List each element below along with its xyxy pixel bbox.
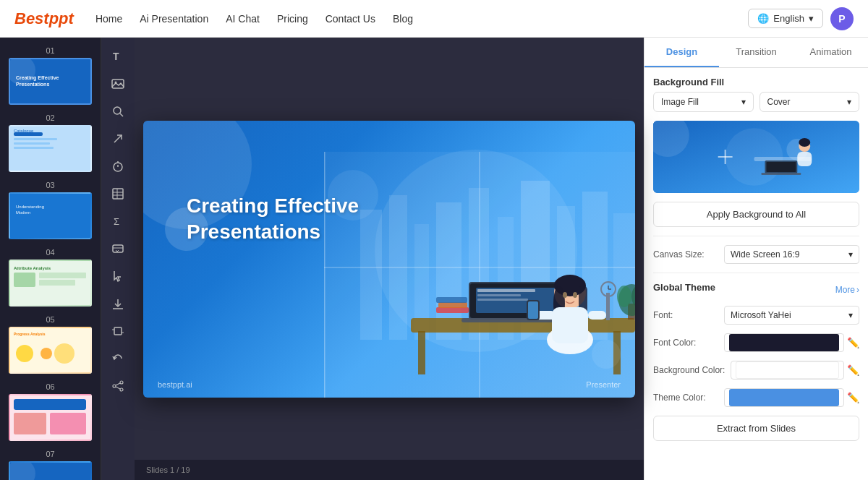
- svg-rect-115: [761, 173, 801, 175]
- text-tool[interactable]: T: [105, 43, 131, 69]
- avatar[interactable]: P: [830, 7, 854, 30]
- thumb-img-5: Progress Analysis: [9, 327, 92, 374]
- svg-line-53: [116, 387, 120, 389]
- svg-point-49: [120, 381, 123, 384]
- canvas-size-select[interactable]: Wide Screen 16:9 ▾: [724, 245, 859, 264]
- download-tool[interactable]: [105, 291, 131, 317]
- tab-design[interactable]: Design: [644, 38, 719, 67]
- svg-rect-114: [766, 162, 796, 172]
- nav-home[interactable]: Home: [95, 13, 122, 25]
- svg-text:Modern: Modern: [16, 210, 30, 215]
- bg-color-row: Background Color: ✏️: [653, 361, 859, 380]
- fill-type-select[interactable]: Image Fill ▾: [653, 92, 754, 112]
- timer-tool[interactable]: [105, 153, 131, 179]
- globe-icon: 🌐: [757, 13, 769, 24]
- svg-point-51: [120, 388, 123, 391]
- thumb-img-1: Creating Effective Presentations: [9, 58, 92, 105]
- lang-selector[interactable]: 🌐 English ▾: [748, 9, 823, 28]
- svg-text:Creating Effective: Creating Effective: [16, 75, 59, 81]
- svg-rect-87: [528, 301, 538, 319]
- embed-tool[interactable]: [105, 236, 131, 262]
- theme-color-label: Theme Color:: [653, 393, 718, 403]
- svg-point-21: [41, 348, 52, 359]
- svg-rect-109: [797, 152, 812, 166]
- theme-color-row: Theme Color: ✏️: [653, 388, 859, 407]
- more-link[interactable]: More ›: [835, 285, 859, 295]
- edit-theme-color-icon[interactable]: ✏️: [847, 392, 859, 403]
- slide-thumb-4[interactable]: 04 Attribute Analysis: [0, 245, 101, 309]
- table-tool[interactable]: [105, 181, 131, 207]
- font-color-swatch[interactable]: [724, 333, 844, 352]
- nav-ai-chat[interactable]: AI Chat: [226, 13, 260, 25]
- svg-rect-7: [14, 142, 50, 145]
- svg-rect-17: [39, 280, 75, 286]
- theme-color-swatch[interactable]: [724, 388, 844, 407]
- svg-text:Catalogue: Catalogue: [14, 129, 34, 133]
- slide-thumb-3[interactable]: 03 Understanding Modern: [0, 178, 101, 242]
- svg-point-22: [54, 343, 75, 364]
- bg-color-value: [736, 361, 839, 379]
- slide-thumb-7[interactable]: 07: [0, 447, 101, 480]
- edit-font-color-icon[interactable]: ✏️: [847, 337, 859, 348]
- slide-thumbnails-sidebar: 01 Creating Effective Presentations 02: [0, 38, 101, 480]
- svg-line-52: [116, 383, 120, 385]
- font-label: Font:: [653, 310, 718, 320]
- slide-thumb-1[interactable]: 01 Creating Effective Presentations: [0, 43, 101, 108]
- fill-mode-select[interactable]: Cover ▾: [760, 92, 860, 112]
- slide-num-1: 01: [46, 46, 54, 55]
- svg-point-110: [799, 138, 810, 147]
- slides-counter: Slides 1 / 19: [146, 466, 190, 474]
- svg-rect-25: [14, 413, 46, 434]
- svg-rect-26: [50, 413, 86, 434]
- share-tool[interactable]: [105, 373, 131, 399]
- slide-thumb-6[interactable]: 06: [0, 380, 101, 444]
- slide-thumb-5[interactable]: 05 Progress Analysis: [0, 312, 101, 377]
- bg-color-swatch[interactable]: [731, 361, 844, 380]
- chevron-down-icon: ▾: [848, 249, 853, 260]
- image-tool[interactable]: [105, 71, 131, 97]
- nav-ai-presentation[interactable]: Ai Presentation: [140, 13, 208, 25]
- crop-tool[interactable]: [105, 318, 131, 344]
- slide-thumb-2[interactable]: 02 Catalogue: [0, 111, 101, 175]
- apply-background-button[interactable]: Apply Background to All: [653, 202, 859, 227]
- slide-canvas[interactable]: Creating Effective Presentations: [143, 121, 635, 398]
- edit-bg-color-icon[interactable]: ✏️: [847, 364, 859, 376]
- svg-rect-83: [552, 307, 588, 343]
- svg-rect-74: [477, 289, 535, 292]
- font-select[interactable]: Microsoft YaHei ▾: [724, 306, 859, 325]
- fill-selectors: Image Fill ▾ Cover ▾: [653, 92, 859, 112]
- nav-contact[interactable]: Contact Us: [326, 13, 375, 25]
- svg-text:T: T: [113, 51, 119, 62]
- chevron-down-icon: ▾: [848, 310, 853, 320]
- chevron-down-icon: ▾: [741, 97, 746, 107]
- undo-tool[interactable]: [105, 346, 131, 372]
- svg-rect-15: [14, 273, 35, 287]
- logo[interactable]: Bestppt: [14, 9, 74, 28]
- svg-point-101: [328, 170, 378, 220]
- nav-blog[interactable]: Blog: [393, 13, 413, 25]
- cursor-tool[interactable]: [105, 263, 131, 289]
- svg-rect-91: [438, 302, 467, 308]
- search-tool[interactable]: [105, 98, 131, 124]
- svg-point-32: [114, 107, 121, 114]
- extract-from-slides-button[interactable]: Extract from Slides: [653, 416, 859, 441]
- arrow-tool[interactable]: [105, 126, 131, 152]
- tab-transition[interactable]: Transition: [719, 38, 793, 67]
- background-preview[interactable]: [653, 121, 859, 193]
- svg-text:Understanding: Understanding: [16, 205, 44, 209]
- slide-num-3: 03: [46, 181, 54, 189]
- svg-rect-24: [14, 399, 86, 410]
- slide-num-7: 07: [46, 450, 54, 458]
- bg-color-label: Background Color:: [653, 365, 725, 375]
- tab-animation[interactable]: Animation: [793, 38, 868, 67]
- theme-color-value: [729, 389, 839, 406]
- slide-illustration: [324, 152, 635, 398]
- sigma-tool[interactable]: Σ: [105, 208, 131, 234]
- slide-num-2: 02: [46, 113, 54, 122]
- svg-rect-10: [10, 194, 90, 238]
- nav-pricing[interactable]: Pricing: [277, 13, 308, 25]
- chevron-down-icon: ▾: [847, 97, 851, 107]
- svg-point-89: [573, 292, 577, 298]
- divider-2: [653, 273, 859, 273]
- font-color-row: Font Color: ✏️: [653, 333, 859, 352]
